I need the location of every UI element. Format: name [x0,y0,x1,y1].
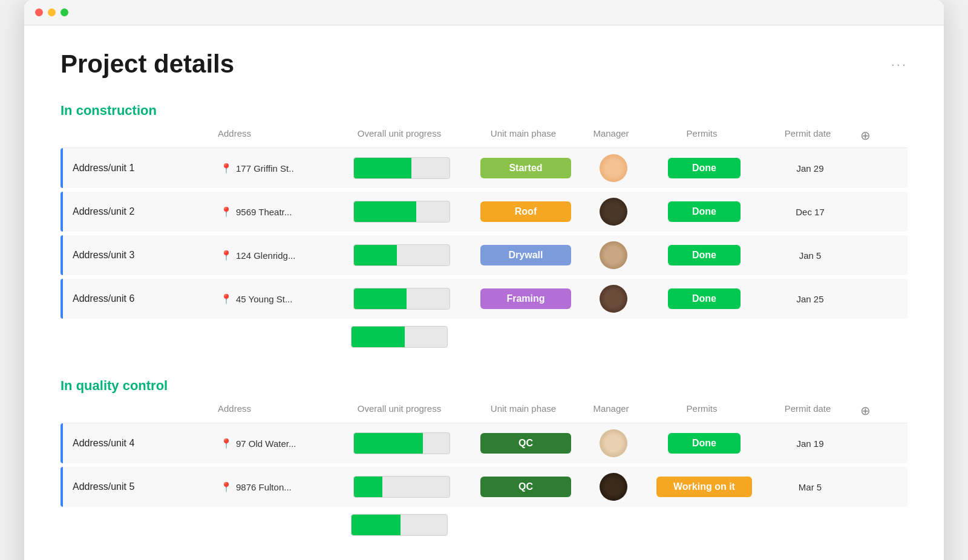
section-qc-title: In quality control [60,378,908,394]
address-text: 97 Old Water... [236,438,296,449]
phase-pill: QC [480,433,571,454]
permit-badge: Done [668,433,741,454]
progress-fill [354,477,382,497]
add-column-icon[interactable]: ⊕ [860,404,871,417]
col-manager: Manager [581,403,641,418]
address-text: 45 Young St... [236,294,292,304]
close-dot[interactable] [35,8,43,16]
progress-bar [353,432,450,454]
permits-cell: Done [644,201,765,222]
page-header: Project details ··· [60,50,908,79]
address-text: 9876 Fulton... [236,482,292,492]
col-permit-date: Permit date [762,128,853,143]
phase-pill: Roof [480,201,571,222]
progress-bar [353,244,450,266]
address-text: 177 Griffin St.. [236,163,294,174]
phase-pill: Drywall [480,245,571,265]
progress-bar [353,476,450,498]
unit-address: 📍 97 Old Water... [220,438,335,449]
section-construction-title: In construction [60,103,908,119]
permit-date: Jan 5 [765,250,855,261]
col-permits: Permits [641,403,762,418]
add-column-icon[interactable]: ⊕ [860,129,871,142]
table-row: Address/unit 5 📍 9876 Fulton... QC [60,467,908,507]
permits-cell: Working on it [644,477,765,497]
summary-progress-bar [351,514,448,536]
progress-fill [354,158,411,178]
progress-container [335,288,468,310]
phase-pill: Framing [480,288,571,309]
phase-badge: Started [468,158,583,178]
permits-cell: Done [644,158,765,178]
permits-cell: Done [644,245,765,265]
col-progress: Overall unit progress [333,128,466,143]
permit-badge: Done [668,245,741,265]
col-permit-date: Permit date [762,403,853,418]
permit-date: Jan 19 [765,438,855,449]
permit-date: Mar 5 [765,482,855,492]
construction-table: Address Overall unit progress Unit main … [60,128,908,348]
location-icon: 📍 [220,293,232,305]
unit-address: 📍 124 Glenridg... [220,250,335,261]
qc-table-header: Address Overall unit progress Unit main … [60,403,908,423]
avatar [600,198,627,226]
permit-date: Jan 25 [765,294,855,304]
manager-cell [583,473,644,501]
permits-cell: Done [644,433,765,454]
unit-name: Address/unit 1 [63,163,220,174]
unit-name: Address/unit 6 [63,293,220,304]
summary-progress-fill [352,327,405,347]
unit-address: 📍 45 Young St... [220,293,335,305]
address-text: 124 Glenridg... [236,250,295,261]
maximize-dot[interactable] [60,8,68,16]
phase-badge: QC [468,433,583,454]
location-icon: 📍 [220,163,232,174]
location-icon: 📍 [220,438,232,449]
col-add: ⊕ [853,403,877,418]
progress-container [335,432,468,454]
manager-cell [583,285,644,313]
col-add: ⊕ [853,128,877,143]
page-content: Project details ··· In construction Addr… [24,25,944,560]
unit-address: 📍 9876 Fulton... [220,481,335,493]
summary-progress-fill [352,515,401,535]
col-address: Address [218,403,333,418]
unit-name: Address/unit 5 [63,481,220,492]
progress-bar [353,157,450,179]
manager-cell [583,154,644,182]
progress-bar [353,201,450,223]
qc-table: Address Overall unit progress Unit main … [60,403,908,536]
progress-fill [354,201,416,222]
table-row: Address/unit 4 📍 97 Old Water... QC [60,423,908,463]
address-text: 9569 Theatr... [236,207,292,217]
permit-date: Dec 17 [765,207,855,217]
summary-progress-bar [351,326,448,348]
phase-badge: Framing [468,288,583,309]
more-options-button[interactable]: ··· [891,57,908,73]
col-address: Address [218,128,333,143]
phase-pill: QC [480,477,571,497]
col-progress: Overall unit progress [333,403,466,418]
progress-container [335,201,468,223]
permit-badge: Done [668,288,741,309]
unit-name: Address/unit 2 [63,206,220,217]
col-phase: Unit main phase [466,403,581,418]
avatar [600,473,627,501]
avatar [600,285,627,313]
manager-cell [583,241,644,269]
unit-address: 📍 9569 Theatr... [220,206,335,218]
phase-badge: QC [468,477,583,497]
permit-badge: Working on it [656,477,752,497]
table-row: Address/unit 1 📍 177 Griffin St.. Starte… [60,148,908,188]
progress-fill [354,433,423,454]
page-title: Project details [60,50,234,79]
construction-table-header: Address Overall unit progress Unit main … [60,128,908,148]
col-manager: Manager [581,128,641,143]
progress-fill [354,288,407,309]
summary-progress [333,326,466,348]
table-row: Address/unit 6 📍 45 Young St... Framing [60,279,908,319]
minimize-dot[interactable] [48,8,56,16]
col-phase: Unit main phase [466,128,581,143]
permit-date: Jan 29 [765,163,855,174]
avatar [600,429,627,457]
